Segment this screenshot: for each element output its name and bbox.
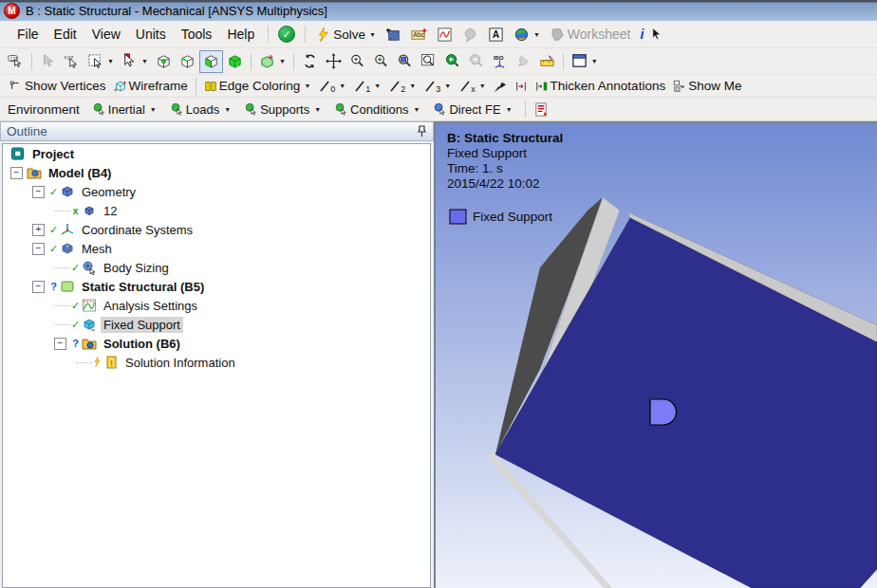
inertial-button[interactable]: Inertial▼ xyxy=(87,98,161,120)
tree-item-label[interactable]: Fixed Support xyxy=(101,317,183,333)
direct-fe-button[interactable]: Direct FE▼ xyxy=(428,98,516,120)
coordinates-pointer-button[interactable]: x,y,z xyxy=(60,50,84,73)
new-label-button[interactable]: Abc xyxy=(407,23,431,46)
edge-pen-0-button[interactable]: 0▼ xyxy=(314,75,349,98)
collapse-toggle[interactable]: − xyxy=(32,186,45,198)
iso-view-button[interactable]: ISO xyxy=(488,50,512,73)
tree-item-label[interactable]: Model (B4) xyxy=(46,165,114,181)
tree-item-label[interactable]: Mesh xyxy=(79,241,115,257)
supports-button[interactable]: Supports▼ xyxy=(239,98,326,120)
tree-item-mesh[interactable]: −✓Mesh xyxy=(3,239,430,258)
chevron-down-icon: ▼ xyxy=(533,31,540,38)
info-button[interactable]: i xyxy=(637,23,648,46)
annotation-object-name: Fixed Support xyxy=(447,146,563,161)
tree-item-label[interactable]: Coordinate Systems xyxy=(79,222,196,238)
scale-deformation-button[interactable] xyxy=(511,75,532,98)
viewports-button[interactable]: ▼ xyxy=(568,50,602,73)
zoom-button[interactable] xyxy=(345,50,369,73)
zoom-fit-button[interactable] xyxy=(393,50,417,73)
tree-item-static-structural-b5[interactable]: −?Static Structural (B5) xyxy=(3,277,430,296)
tree-item-label[interactable]: Body Sizing xyxy=(101,260,172,276)
annotation-text-button[interactable]: A xyxy=(484,23,508,46)
collapse-toggle[interactable]: − xyxy=(32,243,45,255)
zoom-in-button[interactable] xyxy=(369,50,393,73)
tree-item-label[interactable]: 12 xyxy=(101,203,120,219)
model-canvas[interactable] xyxy=(436,123,877,588)
menu-edit[interactable]: Edit xyxy=(47,24,84,45)
tree-item-label[interactable]: Project xyxy=(29,146,77,162)
body-filter-button[interactable] xyxy=(223,50,247,73)
conditions-button[interactable]: Conditions▼ xyxy=(329,98,424,120)
show-mesh-button[interactable]: Show Me xyxy=(669,75,745,98)
previous-view-button[interactable] xyxy=(440,50,464,73)
collapse-toggle[interactable]: − xyxy=(54,338,66,350)
loads-button[interactable]: Loads▼ xyxy=(165,98,235,120)
box-zoom-button[interactable] xyxy=(417,50,440,73)
highlight-pointer-button-disabled xyxy=(36,50,60,73)
edge-filter-button[interactable] xyxy=(176,50,199,73)
tree-item-solution-b6[interactable]: −?Solution (B6) xyxy=(3,334,430,353)
menu-file[interactable]: File xyxy=(9,24,47,45)
face-filter-button[interactable] xyxy=(199,50,223,73)
tree-item-label[interactable]: Static Structural (B5) xyxy=(79,279,207,295)
expand-toggle[interactable]: + xyxy=(32,224,45,236)
wireframe-button[interactable]: Wireframe xyxy=(110,75,192,98)
tree-item-geometry[interactable]: −✓Geometry xyxy=(3,182,430,201)
thicken-annotations-icon xyxy=(535,80,549,93)
select-mode-button[interactable]: ▼ xyxy=(118,50,152,73)
look-at-button-disabled xyxy=(512,50,535,73)
worksheet-icon xyxy=(550,27,566,43)
new-chart-button[interactable] xyxy=(433,23,457,46)
tree-item-label[interactable]: Solution (B6) xyxy=(101,336,183,352)
edge-pen-3-button[interactable]: 3▼ xyxy=(420,75,455,98)
chevron-down-icon: ▼ xyxy=(107,58,114,64)
vertex-filter-button[interactable] xyxy=(152,50,176,73)
support-marker[interactable] xyxy=(650,399,677,425)
tree-item-label[interactable]: Solution Information xyxy=(122,355,238,371)
thicken-annotations-button[interactable]: Thicken Annotations xyxy=(532,75,670,98)
resume-button[interactable]: ✓ xyxy=(274,23,299,46)
collapse-toggle[interactable]: − xyxy=(10,167,23,179)
chevron-down-icon: ▼ xyxy=(304,83,310,89)
edge-pen-1-button[interactable]: 1▼ xyxy=(349,75,384,98)
edge-pen-2-button[interactable]: 2▼ xyxy=(384,75,420,98)
collapse-toggle[interactable]: − xyxy=(32,281,45,293)
pin-icon[interactable] xyxy=(417,125,427,138)
tree-item-coordinate-systems[interactable]: +✓Coordinate Systems xyxy=(3,220,430,239)
chevron-down-icon: ▼ xyxy=(374,83,381,89)
image-capture-button[interactable]: ▼ xyxy=(510,23,544,46)
pan-button[interactable] xyxy=(322,50,345,73)
menu-tools[interactable]: Tools xyxy=(174,24,220,45)
solve-button[interactable]: Solve ▼ xyxy=(311,23,380,46)
menu-units[interactable]: Units xyxy=(128,24,174,45)
menu-help[interactable]: Help xyxy=(219,24,262,45)
geometry-viewport[interactable]: B: Static Structural Fixed Support Time:… xyxy=(434,121,877,588)
state-check-icon: ✓ xyxy=(70,262,81,274)
svg-text:x,y,z: x,y,z xyxy=(65,55,74,60)
menu-view[interactable]: View xyxy=(84,24,128,45)
tree-item-fixed-support[interactable]: ✓Fixed Support xyxy=(3,315,430,334)
tree-item-analysis-settings[interactable]: ✓Analysis Settings xyxy=(3,296,430,315)
ruler-button[interactable] xyxy=(535,50,559,73)
new-figure-button[interactable] xyxy=(382,23,405,46)
tree-item-solution-information[interactable]: !Solution Information xyxy=(3,353,430,372)
edge-coloring-icon xyxy=(204,80,217,93)
tree-item-label[interactable]: Analysis Settings xyxy=(101,298,200,314)
tree-item-project[interactable]: Project xyxy=(3,144,430,163)
pin-button[interactable] xyxy=(490,75,511,98)
tree-item-label[interactable]: Geometry xyxy=(79,184,139,200)
worksheet-red-button[interactable] xyxy=(530,98,553,120)
show-vertices-button[interactable]: Show Vertices xyxy=(6,75,110,98)
edge-pen-x-button[interactable]: x▼ xyxy=(455,75,489,98)
annotation-time: Time: 1. s xyxy=(447,161,563,176)
label-pointer-button[interactable]: 123 xyxy=(4,50,28,73)
tree-item-body-sizing[interactable]: ✓Body Sizing xyxy=(3,258,430,277)
extend-selection-button[interactable]: ▼ xyxy=(255,50,289,73)
direct-fe-icon xyxy=(433,102,446,116)
rotate-button[interactable] xyxy=(298,50,322,73)
tree-item-model-b4[interactable]: −Model (B4) xyxy=(3,163,430,182)
select-type-button[interactable]: ▼ xyxy=(84,50,118,73)
edge-coloring-label: Edge Coloring xyxy=(219,79,301,93)
tree-item-12[interactable]: x12 xyxy=(3,201,430,220)
edge-coloring-button[interactable]: Edge Coloring ▼ xyxy=(200,75,315,98)
